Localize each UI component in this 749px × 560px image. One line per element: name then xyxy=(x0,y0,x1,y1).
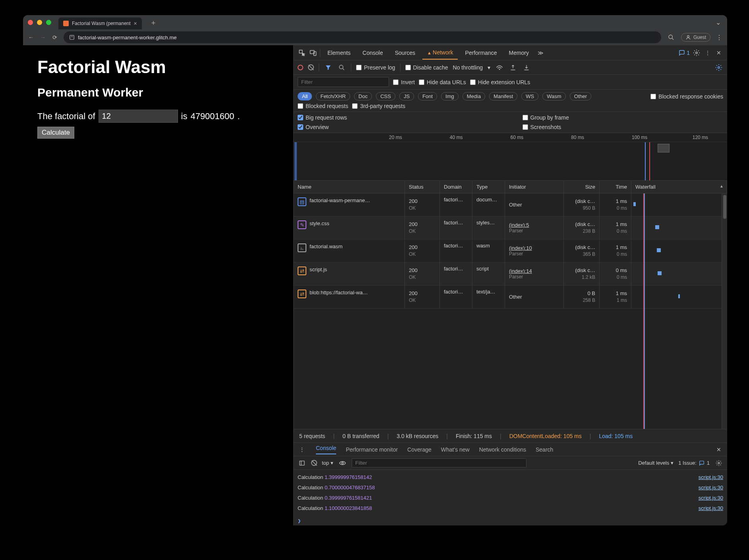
table-row[interactable]: ✎style.css200OKfactori…styles…(index):5P… xyxy=(294,216,727,239)
table-row[interactable]: ⎁factorial.wasm200OKfactori…wasm(index):… xyxy=(294,239,727,263)
filter-pill-wasm[interactable]: Wasm xyxy=(542,92,565,100)
maximize-window-icon[interactable] xyxy=(46,20,51,25)
blocked-requests-checkbox[interactable]: Blocked requests xyxy=(298,103,348,109)
factorial-input[interactable] xyxy=(99,110,178,123)
hide-data-urls-checkbox[interactable]: Hide data URLs xyxy=(419,79,466,85)
filter-pill-manifest[interactable]: Manifest xyxy=(489,92,517,100)
drawer-tab-console[interactable]: Console xyxy=(316,445,336,454)
filter-pill-doc[interactable]: Doc xyxy=(354,92,372,100)
new-tab-button[interactable]: + xyxy=(151,19,156,27)
invert-checkbox[interactable]: Invert xyxy=(393,79,415,85)
initiator-link[interactable]: (index):10 xyxy=(509,245,559,251)
preserve-log-checkbox[interactable]: Preserve log xyxy=(356,64,395,71)
menu-icon[interactable]: ⋮ xyxy=(716,34,722,41)
header-name[interactable]: Name xyxy=(294,181,405,193)
tab-close-icon[interactable]: × xyxy=(134,20,137,27)
log-source-link[interactable]: script.js:30 xyxy=(699,483,723,493)
search-icon[interactable] xyxy=(337,63,346,72)
profile-badge[interactable]: Guest xyxy=(681,33,710,42)
filter-pill-js[interactable]: JS xyxy=(399,92,414,100)
initiator-link[interactable]: (index):5 xyxy=(509,222,559,228)
blocked-cookies-checkbox[interactable]: Blocked response cookies xyxy=(650,93,723,100)
issues-badge[interactable]: 1 xyxy=(679,50,690,56)
drawer-tab-whatsnew[interactable]: What's new xyxy=(441,446,470,453)
header-size[interactable]: Size xyxy=(564,181,600,193)
big-rows-checkbox[interactable]: Big request rows xyxy=(298,114,499,121)
close-window-icon[interactable] xyxy=(28,20,33,25)
clear-icon[interactable] xyxy=(308,64,314,70)
drawer-tab-perfmon[interactable]: Performance monitor xyxy=(346,446,398,453)
device-toggle-icon[interactable] xyxy=(309,48,317,57)
devtools-menu-icon[interactable]: ⋮ xyxy=(703,48,712,57)
tab-network[interactable]: Network xyxy=(422,46,458,60)
log-source-link[interactable]: script.js:30 xyxy=(699,503,723,514)
third-party-checkbox[interactable]: 3rd-party requests xyxy=(352,103,405,109)
filter-pill-all[interactable]: All xyxy=(298,92,312,100)
chevron-down-icon[interactable]: ⌄ xyxy=(714,18,722,27)
site-info-icon[interactable] xyxy=(69,35,75,40)
filter-toggle-icon[interactable] xyxy=(324,63,333,72)
log-source-link[interactable]: script.js:30 xyxy=(699,493,723,503)
drawer-menu-icon[interactable]: ⋮ xyxy=(298,445,306,454)
console-issues-badge[interactable]: 1 Issue: 1 xyxy=(678,460,710,466)
table-row[interactable]: ▤factorial-wasm-permane…200OKfactori…doc… xyxy=(294,193,727,216)
filter-pill-fetchxhr[interactable]: Fetch/XHR xyxy=(316,92,350,100)
minimize-window-icon[interactable] xyxy=(37,20,42,25)
record-icon[interactable] xyxy=(298,65,303,70)
network-conditions-icon[interactable] xyxy=(495,63,504,72)
close-devtools-icon[interactable]: ✕ xyxy=(714,48,723,57)
initiator-link[interactable]: (index):14 xyxy=(509,268,559,274)
console-settings-icon[interactable] xyxy=(714,459,723,467)
group-frame-checkbox[interactable]: Group by frame xyxy=(523,114,724,121)
header-type[interactable]: Type xyxy=(472,181,505,193)
zoom-icon[interactable] xyxy=(667,33,675,42)
clear-console-icon[interactable] xyxy=(311,460,317,466)
filter-pill-font[interactable]: Font xyxy=(418,92,437,100)
header-status[interactable]: Status xyxy=(405,181,440,193)
filter-pill-media[interactable]: Media xyxy=(463,92,485,100)
filter-pill-ws[interactable]: WS xyxy=(521,92,538,100)
levels-select[interactable]: Default levels ▾ xyxy=(638,460,674,466)
screenshots-checkbox[interactable]: Screenshots xyxy=(523,124,724,130)
header-initiator[interactable]: Initiator xyxy=(505,181,564,193)
settings-icon[interactable] xyxy=(692,48,701,57)
url-bar[interactable]: factorial-wasm-permanent-worker.glitch.m… xyxy=(64,31,661,43)
drawer-tab-netcond[interactable]: Network conditions xyxy=(479,446,526,453)
log-source-link[interactable]: script.js:30 xyxy=(699,472,723,483)
reload-button[interactable]: ⟳ xyxy=(52,34,58,41)
table-row[interactable]: ⇄blob:https://factorial-wa…200OKfactori…… xyxy=(294,286,727,309)
import-har-icon[interactable] xyxy=(522,63,531,72)
tab-memory[interactable]: Memory xyxy=(504,46,534,59)
calculate-button[interactable]: Calculate xyxy=(37,127,74,139)
overview-checkbox[interactable]: Overview xyxy=(298,124,499,130)
filter-pill-css[interactable]: CSS xyxy=(376,92,395,100)
scrollbar[interactable] xyxy=(722,193,727,429)
disable-cache-checkbox[interactable]: Disable cache xyxy=(405,64,448,71)
drawer-close-icon[interactable]: ✕ xyxy=(714,445,723,454)
back-button[interactable]: ← xyxy=(28,34,34,41)
table-row[interactable]: ⇄script.js200OKfactori…script(index):14P… xyxy=(294,263,727,286)
network-settings-icon[interactable] xyxy=(714,63,723,72)
live-expression-icon[interactable] xyxy=(338,459,347,467)
console-prompt[interactable]: ❯ xyxy=(294,516,727,525)
more-tabs-icon[interactable]: ≫ xyxy=(536,48,545,57)
header-time[interactable]: Time xyxy=(600,181,631,193)
tab-elements[interactable]: Elements xyxy=(323,46,355,59)
header-waterfall[interactable]: Waterfall xyxy=(631,181,727,193)
tab-sources[interactable]: Sources xyxy=(390,46,420,59)
timeline-overview[interactable]: 20 ms40 ms60 ms80 ms100 ms120 ms14 xyxy=(294,133,727,181)
header-domain[interactable]: Domain xyxy=(440,181,472,193)
sidebar-toggle-icon[interactable] xyxy=(298,459,306,467)
console-filter-input[interactable] xyxy=(352,458,526,467)
filter-input[interactable] xyxy=(298,77,389,87)
filter-pill-img[interactable]: Img xyxy=(441,92,459,100)
filter-pill-other[interactable]: Other xyxy=(570,92,592,100)
inspect-icon[interactable] xyxy=(298,48,306,57)
browser-tab[interactable]: Factorial Wasm (permanent × xyxy=(58,17,142,29)
tab-console[interactable]: Console xyxy=(358,46,387,59)
drawer-tab-search[interactable]: Search xyxy=(536,446,553,453)
hide-extension-urls-checkbox[interactable]: Hide extension URLs xyxy=(470,79,530,85)
tab-performance[interactable]: Performance xyxy=(460,46,501,59)
export-har-icon[interactable] xyxy=(509,63,517,72)
context-select[interactable]: top ▾ xyxy=(322,460,333,466)
